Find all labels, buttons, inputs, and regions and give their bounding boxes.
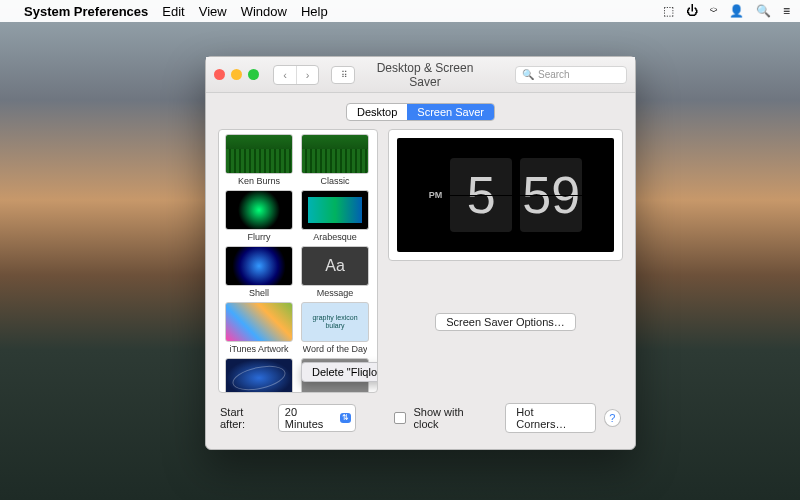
screensaver-item[interactable]: AaMessage [299,246,371,298]
screensaver-thumb [225,246,293,286]
screensaver-label: Classic [320,176,349,186]
help-button[interactable]: ? [604,409,622,427]
zoom-icon[interactable] [248,69,259,80]
screensaver-options-button[interactable]: Screen Saver Options… [435,313,576,331]
screensaver-label: Shell [249,288,269,298]
app-name[interactable]: System Preferences [24,4,148,19]
minimize-icon[interactable] [231,69,242,80]
menu-icon[interactable]: ≡ [783,4,790,18]
screensaver-item[interactable]: Flurry [223,190,295,242]
tab-screen-saver[interactable]: Screen Saver [407,104,494,120]
screensaver-label: Ken Burns [238,176,280,186]
show-with-clock-checkbox[interactable] [394,412,406,424]
screensaver-label: Word of the Day [303,344,368,354]
context-menu-delete[interactable]: Delete "Fliqlo" [301,362,378,382]
menubar: System Preferences Edit View Window Help… [0,0,800,22]
screensaver-thumb: Aa [301,246,369,286]
screensaver-thumb [225,190,293,230]
spotlight-icon[interactable]: 🔍 [756,4,771,18]
start-after-label: Start after: [220,406,270,430]
screensaver-label: Arabesque [313,232,357,242]
screensaver-label: Message [317,288,354,298]
screensaver-label: Flurry [248,232,271,242]
menu-edit[interactable]: Edit [162,4,184,19]
screensaver-list[interactable]: Ken BurnsClassicFlurryArabesqueShellAaMe… [218,129,378,393]
tab-desktop[interactable]: Desktop [347,104,407,120]
show-with-clock-label: Show with clock [414,406,490,430]
screensaver-thumb [301,134,369,174]
menu-view[interactable]: View [199,4,227,19]
search-input[interactable]: 🔍 Search [515,66,627,84]
wifi-icon[interactable]: ⌔ [710,4,717,18]
window-title: Desktop & Screen Saver [361,61,509,89]
show-all-button[interactable]: ⠿ [331,66,355,84]
search-placeholder: Search [538,69,570,80]
user-icon[interactable]: 👤 [729,4,744,18]
preview-meridiem: PM [429,190,443,200]
footer: Start after: 20 Minutes ⇅ Show with cloc… [206,393,635,443]
menu-help[interactable]: Help [301,4,328,19]
tab-segmented-control: Desktop Screen Saver [346,103,495,121]
screensaver-item[interactable]: Shell [223,246,295,298]
forward-button[interactable]: › [296,66,318,84]
power-icon[interactable]: ⏻ [686,4,698,18]
screensaver-thumb [301,190,369,230]
screensaver-preview[interactable]: PM 5 59 [388,129,623,261]
prefs-window: ‹ › ⠿ Desktop & Screen Saver 🔍 Search De… [205,56,636,450]
back-button[interactable]: ‹ [274,66,296,84]
start-after-value: 20 Minutes [285,406,337,430]
screensaver-item[interactable]: iTunes Artwork [223,302,295,354]
screensaver-item[interactable]: Classic [299,134,371,186]
dropbox-icon[interactable]: ⬚ [663,4,674,18]
preview-minute: 59 [520,158,582,232]
screensaver-thumb [225,302,293,342]
chevron-updown-icon: ⇅ [340,413,351,423]
screensaver-thumb [225,358,293,393]
screensaver-item[interactable]: Ken Burns [223,134,295,186]
screensaver-thumb: graphy lexicon bulary [301,302,369,342]
desktop-wallpaper: System Preferences Edit View Window Help… [0,0,800,500]
screensaver-thumb [225,134,293,174]
screensaver-item[interactable]: Arabesque [299,190,371,242]
nav-buttons: ‹ › [273,65,319,85]
close-icon[interactable] [214,69,225,80]
search-icon: 🔍 [522,69,534,80]
start-after-select[interactable]: 20 Minutes ⇅ [278,404,357,432]
screensaver-item[interactable]: graphy lexicon bularyWord of the Day [299,302,371,354]
context-menu-label: Delete "Fliqlo" [312,366,378,378]
preview-hour: 5 [450,158,512,232]
screensaver-item[interactable]: Fliqlo [223,358,295,393]
titlebar: ‹ › ⠿ Desktop & Screen Saver 🔍 Search [206,57,635,93]
hot-corners-button[interactable]: Hot Corners… [505,403,595,433]
menu-window[interactable]: Window [241,4,287,19]
screensaver-label: iTunes Artwork [229,344,288,354]
